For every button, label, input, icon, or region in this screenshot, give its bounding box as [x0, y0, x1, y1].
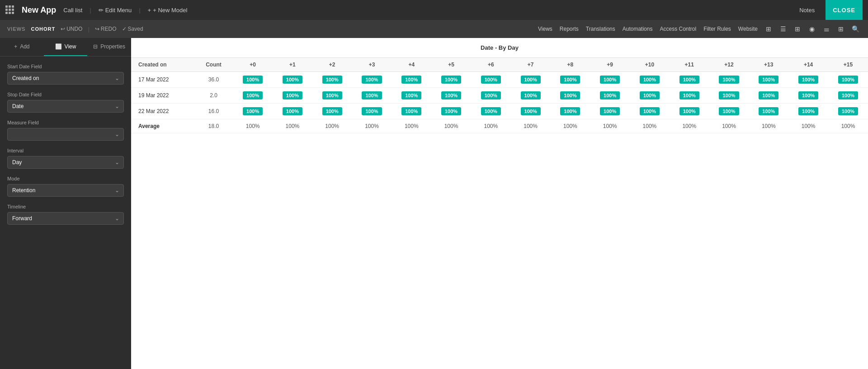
- row-cell[interactable]: 100%: [590, 72, 630, 88]
- row-count: 2.0: [194, 88, 233, 104]
- row-cell[interactable]: 100%: [551, 104, 590, 119]
- main-layout: + Add ⬜ View ⊟ Properties Start Date Fie…: [0, 38, 868, 369]
- row-cell[interactable]: 100%: [670, 104, 709, 119]
- row-cell[interactable]: 100%: [788, 104, 828, 119]
- nav-access-control[interactable]: Access Control: [660, 26, 696, 32]
- sidebar-content: Start Date Field Created on Stop Date Fi…: [0, 57, 131, 232]
- list-view-icon[interactable]: ☰: [778, 24, 788, 34]
- view-icon: ⬜: [55, 43, 62, 50]
- tab-add[interactable]: + Add: [0, 38, 44, 56]
- redo-button[interactable]: ↪ REDO: [95, 26, 117, 32]
- stop-date-field-group: Stop Date Field Date: [7, 92, 124, 113]
- row-cell[interactable]: 100%: [511, 88, 551, 104]
- row-cell[interactable]: 100%: [551, 88, 590, 104]
- nav-reports[interactable]: Reports: [560, 26, 579, 32]
- row-cell[interactable]: 100%: [828, 72, 868, 88]
- nav-views[interactable]: Views: [538, 26, 552, 32]
- chart-icon[interactable]: ⚌: [821, 24, 832, 34]
- row-cell[interactable]: 100%: [352, 72, 392, 88]
- row-cell[interactable]: 100%: [670, 88, 709, 104]
- saved-indicator: ✓ Saved: [122, 26, 143, 32]
- row-cell[interactable]: 100%: [312, 72, 352, 88]
- col-count: Count: [194, 58, 233, 72]
- average-cell: 100%: [788, 119, 828, 133]
- row-cell[interactable]: 100%: [788, 88, 828, 104]
- start-date-select[interactable]: Created on: [7, 72, 124, 85]
- mode-select[interactable]: Retention: [7, 184, 124, 197]
- nav-translations[interactable]: Translations: [586, 26, 615, 32]
- nav-filter-rules[interactable]: Filter Rules: [703, 26, 731, 32]
- tab-view[interactable]: ⬜ View: [44, 38, 88, 56]
- card-view-icon[interactable]: ⊞: [763, 24, 774, 34]
- row-cell[interactable]: 100%: [709, 104, 749, 119]
- row-cell[interactable]: 100%: [431, 72, 471, 88]
- views-label: VIEWS: [7, 26, 25, 32]
- row-cell[interactable]: 100%: [273, 104, 312, 119]
- start-date-field-group: Start Date Field Created on: [7, 64, 124, 85]
- row-cell[interactable]: 100%: [749, 72, 788, 88]
- row-cell[interactable]: 100%: [431, 104, 471, 119]
- row-cell[interactable]: 100%: [273, 88, 312, 104]
- grid-view-icon[interactable]: ⊞: [792, 24, 803, 34]
- row-cell[interactable]: 100%: [551, 72, 590, 88]
- row-cell[interactable]: 100%: [590, 88, 630, 104]
- interval-select[interactable]: Day: [7, 156, 124, 169]
- row-cell[interactable]: 100%: [749, 104, 788, 119]
- row-cell[interactable]: 100%: [233, 72, 273, 88]
- edit-menu-button[interactable]: ✏ Edit Menu: [99, 7, 132, 14]
- row-cell[interactable]: 100%: [630, 88, 670, 104]
- row-cell[interactable]: 100%: [828, 88, 868, 104]
- nav-automations[interactable]: Automations: [623, 26, 653, 32]
- row-cell[interactable]: 100%: [670, 72, 709, 88]
- row-cell[interactable]: 100%: [273, 72, 312, 88]
- interval-select-wrapper: Day: [7, 156, 124, 169]
- col-13: +13: [749, 58, 788, 72]
- row-cell[interactable]: 100%: [312, 104, 352, 119]
- row-cell[interactable]: 100%: [352, 104, 392, 119]
- average-cell: 100%: [352, 119, 392, 133]
- close-button[interactable]: CLOSE: [826, 0, 863, 20]
- row-cell[interactable]: 100%: [630, 104, 670, 119]
- row-cell[interactable]: 100%: [471, 104, 511, 119]
- start-date-field-label: Start Date Field: [7, 64, 124, 69]
- row-cell[interactable]: 100%: [788, 72, 828, 88]
- row-cell[interactable]: 100%: [352, 88, 392, 104]
- grid-icon[interactable]: [5, 5, 14, 14]
- new-model-button[interactable]: + + New Model: [148, 7, 188, 14]
- col-6: +6: [471, 58, 511, 72]
- stop-date-field-label: Stop Date Field: [7, 92, 124, 97]
- row-cell[interactable]: 100%: [511, 72, 551, 88]
- row-cell[interactable]: 100%: [431, 88, 471, 104]
- row-cell[interactable]: 100%: [590, 104, 630, 119]
- row-cell[interactable]: 100%: [392, 72, 431, 88]
- call-list-label[interactable]: Call list: [63, 7, 82, 14]
- table-icon[interactable]: ⊞: [835, 24, 846, 34]
- row-cell[interactable]: 100%: [312, 88, 352, 104]
- row-cell[interactable]: 100%: [749, 88, 788, 104]
- notes-button[interactable]: Notes: [796, 5, 818, 15]
- map-icon[interactable]: ◉: [807, 24, 817, 34]
- row-cell[interactable]: 100%: [233, 104, 273, 119]
- col-2: +2: [312, 58, 352, 72]
- row-cell[interactable]: 100%: [471, 88, 511, 104]
- interval-label: Interval: [7, 148, 124, 153]
- nav-website[interactable]: Website: [738, 26, 758, 32]
- row-cell[interactable]: 100%: [392, 104, 431, 119]
- row-count: 36.0: [194, 72, 233, 88]
- row-cell[interactable]: 100%: [828, 104, 868, 119]
- row-cell[interactable]: 100%: [511, 104, 551, 119]
- search-icon[interactable]: 🔍: [850, 24, 861, 34]
- row-cell[interactable]: 100%: [233, 88, 273, 104]
- timeline-select[interactable]: Forward: [7, 212, 124, 225]
- row-cell[interactable]: 100%: [709, 72, 749, 88]
- undo-button[interactable]: ↩ UNDO: [61, 26, 82, 32]
- row-cell[interactable]: 100%: [630, 72, 670, 88]
- measure-field-group: Measure Field: [7, 120, 124, 141]
- row-cell[interactable]: 100%: [709, 88, 749, 104]
- tab-properties[interactable]: ⊟ Properties: [87, 38, 131, 56]
- col-5: +5: [431, 58, 471, 72]
- row-cell[interactable]: 100%: [392, 88, 431, 104]
- stop-date-select[interactable]: Date: [7, 100, 124, 113]
- measure-select[interactable]: [7, 128, 124, 141]
- row-cell[interactable]: 100%: [471, 72, 511, 88]
